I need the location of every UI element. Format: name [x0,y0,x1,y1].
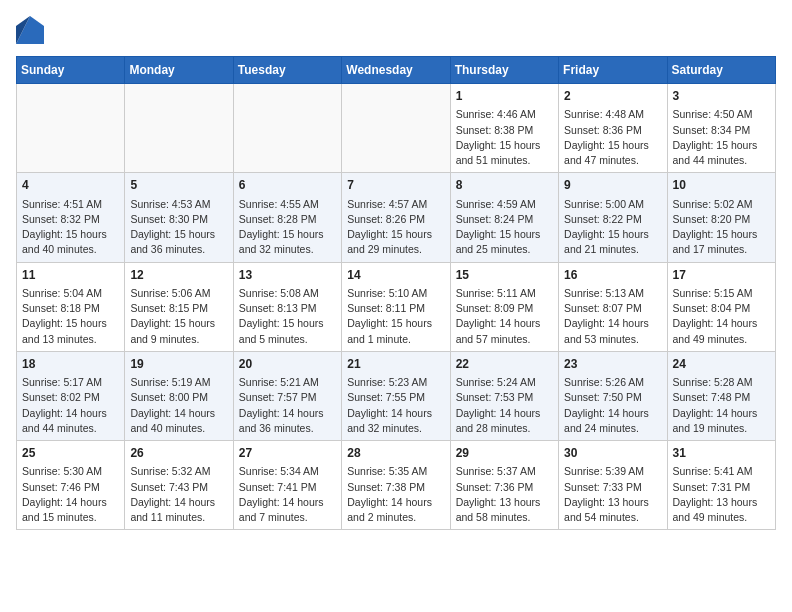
cell-text: Daylight: 14 hours and 36 minutes. [239,406,336,436]
cell-text: Daylight: 15 hours and 36 minutes. [130,227,227,257]
cell-text: Daylight: 14 hours and 40 minutes. [130,406,227,436]
calendar-cell: 30Sunrise: 5:39 AMSunset: 7:33 PMDayligh… [559,441,667,530]
cell-text: Daylight: 15 hours and 44 minutes. [673,138,770,168]
day-number: 26 [130,445,227,462]
cell-text: Daylight: 13 hours and 58 minutes. [456,495,553,525]
cell-text: Sunrise: 4:48 AM [564,107,661,122]
logo-icon [16,16,44,44]
day-number: 9 [564,177,661,194]
cell-text: Daylight: 15 hours and 29 minutes. [347,227,444,257]
calendar-cell: 27Sunrise: 5:34 AMSunset: 7:41 PMDayligh… [233,441,341,530]
cell-text: Sunrise: 4:46 AM [456,107,553,122]
cell-text: Sunrise: 5:08 AM [239,286,336,301]
calendar-cell: 10Sunrise: 5:02 AMSunset: 8:20 PMDayligh… [667,173,775,262]
calendar-cell: 31Sunrise: 5:41 AMSunset: 7:31 PMDayligh… [667,441,775,530]
cell-text: Sunrise: 5:11 AM [456,286,553,301]
cell-text: Sunset: 8:36 PM [564,123,661,138]
cell-text: Sunset: 7:36 PM [456,480,553,495]
day-number: 22 [456,356,553,373]
cell-text: Sunset: 7:46 PM [22,480,119,495]
cell-text: Sunrise: 5:21 AM [239,375,336,390]
cell-text: Sunrise: 5:17 AM [22,375,119,390]
cell-text: Daylight: 15 hours and 32 minutes. [239,227,336,257]
calendar-cell: 7Sunrise: 4:57 AMSunset: 8:26 PMDaylight… [342,173,450,262]
day-number: 29 [456,445,553,462]
calendar-week-row: 25Sunrise: 5:30 AMSunset: 7:46 PMDayligh… [17,441,776,530]
cell-text: Sunset: 7:57 PM [239,390,336,405]
calendar-cell: 15Sunrise: 5:11 AMSunset: 8:09 PMDayligh… [450,262,558,351]
cell-text: Sunset: 8:13 PM [239,301,336,316]
cell-text: Daylight: 14 hours and 44 minutes. [22,406,119,436]
calendar-cell: 12Sunrise: 5:06 AMSunset: 8:15 PMDayligh… [125,262,233,351]
calendar-cell: 5Sunrise: 4:53 AMSunset: 8:30 PMDaylight… [125,173,233,262]
calendar-cell: 20Sunrise: 5:21 AMSunset: 7:57 PMDayligh… [233,351,341,440]
day-number: 17 [673,267,770,284]
calendar-cell: 28Sunrise: 5:35 AMSunset: 7:38 PMDayligh… [342,441,450,530]
cell-text: Daylight: 15 hours and 25 minutes. [456,227,553,257]
day-number: 11 [22,267,119,284]
calendar-cell: 17Sunrise: 5:15 AMSunset: 8:04 PMDayligh… [667,262,775,351]
cell-text: Daylight: 14 hours and 57 minutes. [456,316,553,346]
calendar-cell [342,84,450,173]
cell-text: Daylight: 15 hours and 17 minutes. [673,227,770,257]
weekday-header-saturday: Saturday [667,57,775,84]
cell-text: Sunrise: 4:57 AM [347,197,444,212]
cell-text: Daylight: 14 hours and 53 minutes. [564,316,661,346]
cell-text: Sunrise: 5:35 AM [347,464,444,479]
day-number: 8 [456,177,553,194]
cell-text: Sunset: 8:34 PM [673,123,770,138]
calendar-week-row: 4Sunrise: 4:51 AMSunset: 8:32 PMDaylight… [17,173,776,262]
cell-text: Daylight: 13 hours and 49 minutes. [673,495,770,525]
cell-text: Daylight: 15 hours and 9 minutes. [130,316,227,346]
cell-text: Sunset: 8:00 PM [130,390,227,405]
cell-text: Sunrise: 5:30 AM [22,464,119,479]
cell-text: Daylight: 14 hours and 11 minutes. [130,495,227,525]
cell-text: Sunset: 8:02 PM [22,390,119,405]
day-number: 5 [130,177,227,194]
calendar-cell: 14Sunrise: 5:10 AMSunset: 8:11 PMDayligh… [342,262,450,351]
calendar-cell: 26Sunrise: 5:32 AMSunset: 7:43 PMDayligh… [125,441,233,530]
cell-text: Sunrise: 5:26 AM [564,375,661,390]
calendar-cell: 4Sunrise: 4:51 AMSunset: 8:32 PMDaylight… [17,173,125,262]
day-number: 28 [347,445,444,462]
day-number: 21 [347,356,444,373]
cell-text: Sunset: 7:50 PM [564,390,661,405]
day-number: 20 [239,356,336,373]
cell-text: Sunrise: 5:04 AM [22,286,119,301]
calendar-week-row: 18Sunrise: 5:17 AMSunset: 8:02 PMDayligh… [17,351,776,440]
weekday-header-wednesday: Wednesday [342,57,450,84]
weekday-header-monday: Monday [125,57,233,84]
weekday-header-row: SundayMondayTuesdayWednesdayThursdayFrid… [17,57,776,84]
cell-text: Sunrise: 4:53 AM [130,197,227,212]
cell-text: Daylight: 15 hours and 5 minutes. [239,316,336,346]
day-number: 1 [456,88,553,105]
calendar-cell: 18Sunrise: 5:17 AMSunset: 8:02 PMDayligh… [17,351,125,440]
day-number: 27 [239,445,336,462]
cell-text: Sunset: 7:55 PM [347,390,444,405]
page-header [16,16,776,44]
day-number: 15 [456,267,553,284]
calendar-week-row: 1Sunrise: 4:46 AMSunset: 8:38 PMDaylight… [17,84,776,173]
day-number: 6 [239,177,336,194]
calendar-cell: 6Sunrise: 4:55 AMSunset: 8:28 PMDaylight… [233,173,341,262]
cell-text: Sunset: 8:15 PM [130,301,227,316]
day-number: 24 [673,356,770,373]
day-number: 18 [22,356,119,373]
cell-text: Daylight: 14 hours and 24 minutes. [564,406,661,436]
cell-text: Daylight: 14 hours and 2 minutes. [347,495,444,525]
cell-text: Sunset: 7:53 PM [456,390,553,405]
cell-text: Daylight: 14 hours and 28 minutes. [456,406,553,436]
calendar-cell [233,84,341,173]
day-number: 13 [239,267,336,284]
day-number: 4 [22,177,119,194]
cell-text: Sunrise: 4:55 AM [239,197,336,212]
calendar-cell: 21Sunrise: 5:23 AMSunset: 7:55 PMDayligh… [342,351,450,440]
cell-text: Daylight: 14 hours and 49 minutes. [673,316,770,346]
cell-text: Sunrise: 5:23 AM [347,375,444,390]
calendar-cell: 3Sunrise: 4:50 AMSunset: 8:34 PMDaylight… [667,84,775,173]
calendar-cell: 23Sunrise: 5:26 AMSunset: 7:50 PMDayligh… [559,351,667,440]
cell-text: Daylight: 15 hours and 13 minutes. [22,316,119,346]
cell-text: Sunset: 8:32 PM [22,212,119,227]
cell-text: Sunset: 7:41 PM [239,480,336,495]
cell-text: Daylight: 14 hours and 19 minutes. [673,406,770,436]
